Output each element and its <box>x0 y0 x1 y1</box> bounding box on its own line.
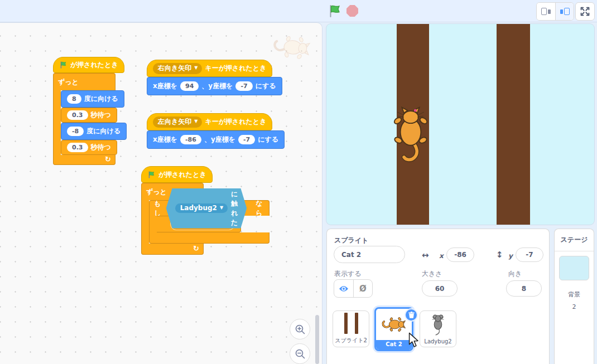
block-label: 度に向ける <box>84 94 118 104</box>
sprite-name-input[interactable]: Cat 2 <box>334 246 405 263</box>
hide-sprite-button[interactable]: Ø <box>353 280 372 297</box>
small-stage-icon <box>541 8 551 15</box>
direction-label: 向き <box>508 269 522 279</box>
block-label: に触れた <box>231 190 238 227</box>
wait-block[interactable]: 0.3 秒待つ <box>61 140 117 155</box>
y-arrows-icon: ↕ <box>496 250 503 260</box>
sprite-name-value: Cat 2 <box>341 251 361 259</box>
forever-block[interactable]: ずっと もし Ladybug2 ▼ に触れた なら <box>141 183 269 255</box>
green-flag-button[interactable] <box>328 4 341 18</box>
backdrop-count: 2 <box>555 303 594 310</box>
mouse-cursor <box>408 332 420 350</box>
goto-xy-block[interactable]: x座標を -86 、y座標を -7 にする <box>147 130 285 149</box>
chevron-down-icon: ▼ <box>220 205 223 211</box>
script-right-key[interactable]: 右向き矢印 ▼ キーが押されたとき x座標を 94 、y座標を -7 にする <box>147 60 282 95</box>
key-dropdown[interactable]: 左向き矢印 ▼ <box>153 117 202 128</box>
backdrop-thumbnail[interactable] <box>559 256 589 280</box>
block-label: が押されたとき <box>70 60 118 70</box>
block-label: ずっと <box>146 187 167 197</box>
forever-block[interactable]: ずっと 8 度に向ける 0.3 秒待つ -8 度に向ける <box>53 73 127 165</box>
sprite-thumbnail-name: Ladybug2 <box>424 337 451 347</box>
sprite-info-panel: スプライト Cat 2 ↔ x -86 ↕ y -7 表示する Ø 大きさ 60… <box>326 229 550 364</box>
block-label: 秒待つ <box>91 143 111 152</box>
direction-input[interactable]: -8 <box>67 127 84 136</box>
y-input[interactable]: -7 <box>238 135 255 144</box>
backdrop-tree-trunk <box>497 24 530 225</box>
stage[interactable] <box>326 24 594 225</box>
delete-sprite-button[interactable] <box>405 308 418 322</box>
zoom-out-button[interactable] <box>290 343 310 364</box>
eye-hidden-icon: Ø <box>359 284 367 294</box>
zoom-in-icon <box>295 324 306 335</box>
when-flag-clicked-block[interactable]: が押されたとき <box>53 57 124 73</box>
if-block[interactable]: もし Ladybug2 ▼ に触れた なら <box>149 200 269 244</box>
x-label: x <box>439 252 444 260</box>
zoom-out-icon <box>295 348 306 360</box>
green-flag-icon <box>328 4 341 18</box>
goto-xy-block[interactable]: x座標を 94 、y座標を -7 にする <box>147 77 282 95</box>
block-label: にする <box>258 135 278 144</box>
wait-input[interactable]: 0.3 <box>67 110 88 120</box>
ladybug2-mouse-image <box>420 311 456 337</box>
flag-icon <box>147 171 156 178</box>
when-key-pressed-block[interactable]: 左向き矢印 ▼ キーが押されたとき <box>147 113 272 130</box>
touching-sprite-block[interactable]: Ladybug2 ▼ に触れた <box>166 188 247 229</box>
x-position-value: -86 <box>454 251 466 259</box>
show-sprite-button[interactable] <box>334 280 353 297</box>
direction-value: 8 <box>522 285 526 293</box>
eye-visible-icon <box>339 285 349 293</box>
direction-input[interactable]: 8 <box>506 280 542 297</box>
point-direction-block[interactable]: -8 度に向ける <box>61 123 127 140</box>
x-position-input[interactable]: -86 <box>446 247 474 262</box>
loop-arrow-icon: ↻ <box>193 244 199 253</box>
key-dropdown[interactable]: 右向き矢印 ▼ <box>153 63 202 74</box>
block-label: x座標を <box>153 81 177 91</box>
sprite-watermark-cat <box>269 32 311 62</box>
zoom-in-button[interactable] <box>290 319 310 339</box>
script-collision[interactable]: が押されたとき ずっと もし Ladybug2 ▼ に触れた <box>141 166 269 255</box>
large-stage-icon <box>560 8 570 15</box>
script-left-key[interactable]: 左向き矢印 ▼ キーが押されたとき x座標を -86 、y座標を -7 にする <box>147 113 285 149</box>
wait-block[interactable]: 0.3 秒待つ <box>61 108 117 123</box>
size-input[interactable]: 60 <box>422 280 458 297</box>
cat-sprite[interactable] <box>392 105 429 164</box>
stage-size-controls <box>536 2 574 21</box>
size-value: 60 <box>435 285 445 293</box>
block-label: キーが押されたとき <box>205 117 266 127</box>
wait-input[interactable]: 0.3 <box>67 143 88 152</box>
when-key-pressed-block[interactable]: 右向き矢印 ▼ キーが押されたとき <box>147 60 272 77</box>
block-label: 、y座標を <box>201 81 233 91</box>
y-position-input[interactable]: -7 <box>516 247 543 262</box>
x-input[interactable]: 94 <box>180 81 199 91</box>
visibility-toggle: Ø <box>334 279 373 298</box>
x-arrows-icon: ↔ <box>422 250 429 260</box>
code-area-scrollbar[interactable] <box>315 315 319 364</box>
size-label: 大きさ <box>422 269 442 279</box>
block-label: x座標を <box>153 135 177 144</box>
stop-button[interactable] <box>346 5 358 17</box>
chevron-down-icon: ▼ <box>194 119 198 124</box>
large-stage-button[interactable] <box>555 3 574 20</box>
small-stage-button[interactable] <box>537 3 555 20</box>
y-input[interactable]: -7 <box>235 81 252 91</box>
code-area[interactable]: が押されたとき ずっと 8 度に向ける 0.3 秒待つ <box>0 22 322 364</box>
script-wiggle[interactable]: が押されたとき ずっと 8 度に向ける 0.3 秒待つ <box>53 57 127 165</box>
block-label: にする <box>256 81 276 91</box>
sprite-thumbnail-ladybug2[interactable]: Ladybug2 <box>420 310 456 347</box>
when-flag-clicked-block[interactable]: が押されたとき <box>141 166 213 183</box>
block-label: ずっと <box>58 77 79 87</box>
stage-selector-panel[interactable]: ステージ 背景 2 <box>554 229 594 364</box>
direction-input[interactable]: 8 <box>67 94 81 104</box>
fullscreen-button[interactable] <box>575 2 595 21</box>
backdrop-label: 背景 <box>555 290 594 299</box>
touching-target-dropdown[interactable]: Ladybug2 ▼ <box>175 203 228 213</box>
block-label: キーが押されたとき <box>205 64 266 73</box>
stage-toolbar <box>0 0 597 22</box>
touching-target-value: Ladybug2 <box>180 204 217 212</box>
x-input[interactable]: -86 <box>180 135 201 144</box>
sprite-thumbnail-sprite2[interactable]: スプライト2 <box>333 310 369 347</box>
fullscreen-icon <box>580 7 590 16</box>
trash-icon <box>408 312 415 318</box>
point-direction-block[interactable]: 8 度に向ける <box>61 90 124 108</box>
block-label: が押されたとき <box>158 170 206 179</box>
